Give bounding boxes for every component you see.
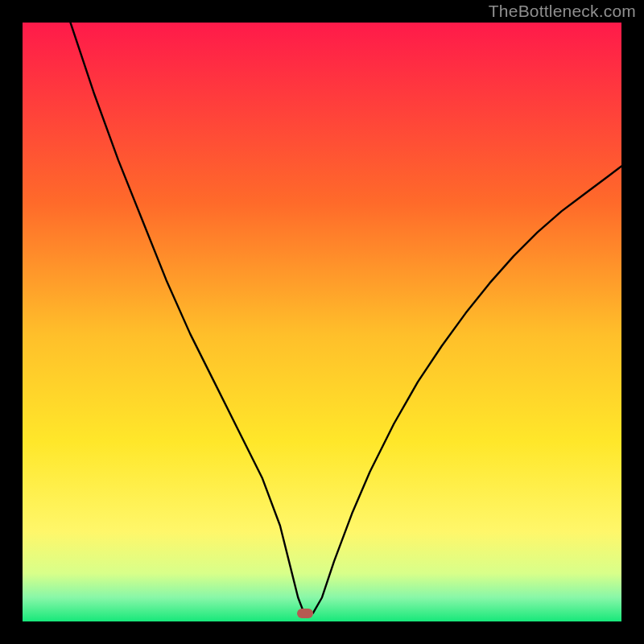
bottleneck-curve	[23, 23, 621, 621]
plot-area	[23, 23, 621, 621]
optimum-marker	[297, 609, 313, 618]
outer-frame: TheBottleneck.com	[0, 0, 644, 644]
watermark-text: TheBottleneck.com	[489, 2, 636, 21]
